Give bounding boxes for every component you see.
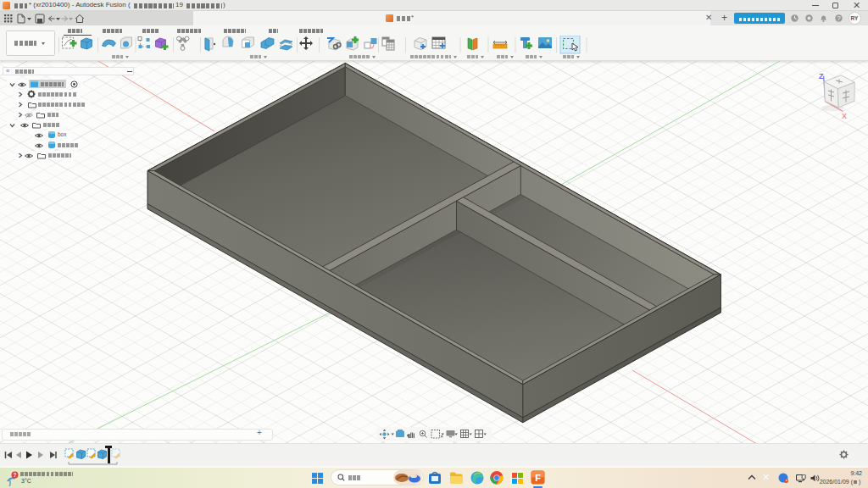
svg-text:Z: Z (819, 72, 824, 80)
svg-text:?: ? (837, 14, 840, 22)
svg-text:?: ? (14, 472, 17, 478)
svg-text:F: F (535, 473, 541, 483)
svg-text:X: X (842, 112, 847, 120)
